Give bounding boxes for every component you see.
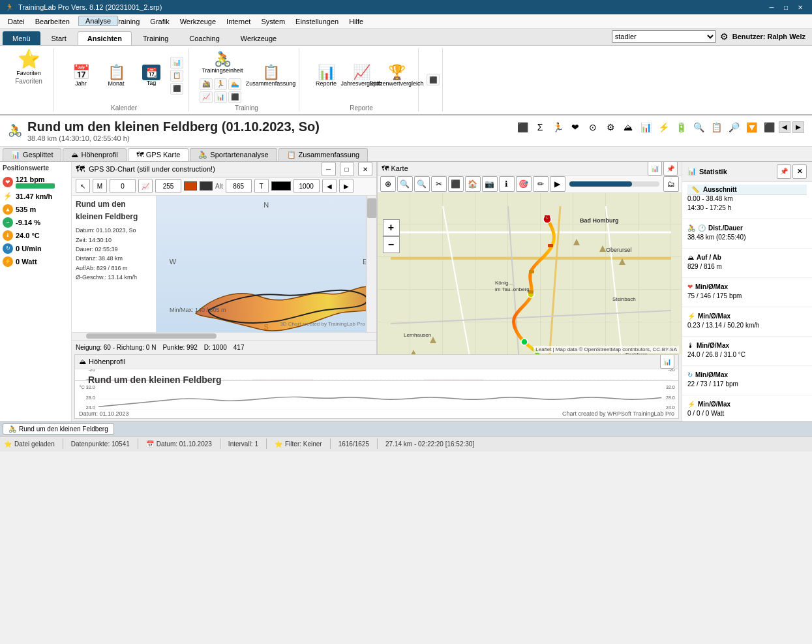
map-tool-9[interactable]: 🎯 <box>516 176 532 192</box>
minimize-button[interactable]: ─ <box>765 2 778 12</box>
chart3d-minimize[interactable]: ─ <box>322 162 336 176</box>
cal-extra-1[interactable]: 📊 <box>170 57 183 69</box>
map-layers[interactable]: 🗂 <box>663 176 679 192</box>
tb-scroll-left[interactable]: ◀ <box>322 179 337 193</box>
map-tool-10[interactable]: ✏ <box>533 176 549 192</box>
map-tool-8[interactable]: ℹ <box>499 176 515 192</box>
map-stat-btn[interactable]: 📊 <box>648 162 662 176</box>
map-tool-4[interactable]: ✂ <box>431 176 447 192</box>
map-tool-2[interactable]: 🔍 <box>397 176 413 192</box>
month-button[interactable]: 📋 Monat <box>100 61 132 90</box>
tb-t[interactable]: T <box>254 179 269 193</box>
next-arrow[interactable]: ▶ <box>792 121 804 133</box>
search-icon[interactable]: 🔍 <box>691 119 706 135</box>
menu-system[interactable]: System <box>256 16 290 27</box>
chart3d-scroll-thumb[interactable] <box>367 198 376 218</box>
zusammenfassung-button[interactable]: 📋 Zusammenfassung <box>248 61 293 90</box>
tb-scroll-right[interactable]: ▶ <box>339 179 353 193</box>
zoom-in-button[interactable]: + <box>383 219 400 236</box>
stat-pin[interactable]: 📌 <box>777 164 791 179</box>
tab-sportarten[interactable]: 🚴 Sportartenanalyse <box>190 148 277 161</box>
tab-start[interactable]: Start <box>42 31 76 45</box>
cal-extra-2[interactable]: 📋 <box>170 70 183 82</box>
trainingseinheit-button[interactable]: 🚴 Trainingseinheit <box>200 48 245 77</box>
map-content[interactable]: L <box>378 193 682 354</box>
list-icon[interactable]: 📋 <box>708 119 724 135</box>
map-pin-btn[interactable]: 📌 <box>663 162 678 176</box>
chart3d-hscroll[interactable] <box>72 332 376 340</box>
day-button[interactable]: 📆 Tag <box>135 62 168 89</box>
map-tool-6[interactable]: 🏠 <box>465 176 481 192</box>
favorites-button[interactable]: ⭐ Favoriten <box>9 48 48 76</box>
user-dropdown[interactable]: stadler <box>612 30 716 43</box>
tab-gps-karte[interactable]: 🗺 GPS Karte <box>128 148 189 161</box>
menu-grafik[interactable]: Grafik <box>145 16 174 27</box>
menu-datei[interactable]: Datei <box>3 16 30 27</box>
bike-icon[interactable]: 🚵 <box>200 78 213 90</box>
chart3d-canvas[interactable]: W N E S <box>157 196 376 332</box>
heart-tool-icon[interactable]: ❤ <box>567 119 583 135</box>
swim-icon[interactable]: 🏊 <box>228 78 241 90</box>
extra-icon-1[interactable]: ⬛ <box>427 74 440 85</box>
map-tool-5[interactable]: ⬛ <box>448 176 464 192</box>
zoom-icon[interactable]: 🔎 <box>726 119 742 135</box>
tab-menu[interactable]: Menü <box>3 31 40 45</box>
maximize-button[interactable]: □ <box>779 2 792 12</box>
chart-icon[interactable]: 📊 <box>638 119 654 135</box>
chart3d-hscroll-thumb[interactable] <box>86 333 217 339</box>
menu-werkzeuge[interactable]: Werkzeuge <box>175 16 221 27</box>
tab-gesplittet[interactable]: 📊 Gesplittet <box>3 148 61 161</box>
chart3d-close[interactable]: ✕ <box>358 162 372 176</box>
run-tool-icon[interactable]: 🏃 <box>550 119 565 135</box>
filter-icon[interactable]: 🔽 <box>744 119 759 135</box>
spitzenwert-button[interactable]: 🏆 Spitzenwertvergleich <box>380 61 413 90</box>
taskbar-item[interactable]: 🚴 Rund um den kleinen Feldberg <box>3 423 114 435</box>
map-progress-bar[interactable] <box>569 181 660 187</box>
prev-arrow[interactable]: ◀ <box>779 121 790 133</box>
tool-extra[interactable]: ⬛ <box>761 119 777 135</box>
map-tool-3[interactable]: 🔍 <box>414 176 430 192</box>
icon-a[interactable]: 📈 <box>200 91 213 103</box>
color-swatch-3[interactable] <box>271 181 291 191</box>
reporte-button[interactable]: 📊 Reporte <box>310 61 342 90</box>
tb-cursor[interactable]: ↖ <box>76 179 90 193</box>
settings-icon[interactable]: ⚙ <box>603 119 618 135</box>
chart3d-scrollbar[interactable] <box>366 196 376 332</box>
menu-internet[interactable]: Internet <box>221 16 256 27</box>
gear-icon[interactable]: ⚙ <box>720 31 729 42</box>
cal-extra-3[interactable]: ⬛ <box>170 83 183 95</box>
close-button[interactable]: ✕ <box>794 2 807 12</box>
sigma-icon[interactable]: Σ <box>532 119 548 135</box>
zoom-out-button[interactable]: − <box>383 236 400 253</box>
elev-stat[interactable]: 📊 <box>660 354 674 369</box>
power-icon[interactable]: 🔋 <box>673 119 689 135</box>
mountain-icon[interactable]: ⛰ <box>620 119 636 135</box>
tab-coaching[interactable]: Coaching <box>179 31 229 45</box>
tb-input-2[interactable] <box>155 179 181 192</box>
tool-1[interactable]: ⬛ <box>515 119 530 135</box>
tb-mode[interactable]: M <box>93 179 107 193</box>
tab-zusammenfassung[interactable]: 📋 Zusammenfassung <box>278 148 368 161</box>
menu-hilfe[interactable]: Hilfe <box>344 16 368 27</box>
icon-c[interactable]: ⬛ <box>228 91 241 103</box>
tb-chart-type[interactable]: 📈 <box>138 179 153 193</box>
tb-input-3[interactable] <box>293 179 320 192</box>
year-button[interactable]: 📅 Jahr <box>65 61 97 90</box>
tb-input-1[interactable] <box>110 179 136 192</box>
run-icon[interactable]: 🏃 <box>214 78 227 90</box>
stat-close[interactable]: ✕ <box>792 164 807 179</box>
color-swatch-2[interactable] <box>200 181 213 191</box>
tab-ansichten[interactable]: Ansichten <box>78 31 132 45</box>
lightning-icon[interactable]: ⚡ <box>655 119 671 135</box>
map-tool-7[interactable]: 📷 <box>482 176 498 192</box>
map-play[interactable]: ▶ <box>550 176 565 192</box>
tb-input-alt[interactable] <box>226 179 252 192</box>
circle-icon[interactable]: ⊙ <box>585 119 601 135</box>
tab-werkzeuge[interactable]: Werkzeuge <box>231 31 286 45</box>
icon-b[interactable]: 📊 <box>214 91 227 103</box>
menu-bearbeiten[interactable]: Bearbeiten <box>30 16 75 27</box>
tab-hohenprofil[interactable]: ⛰ Höhenprofil <box>63 148 126 161</box>
tab-training[interactable]: Training <box>133 31 178 45</box>
chart3d-maximize[interactable]: □ <box>340 162 354 176</box>
menu-einstellungen[interactable]: Einstellungen <box>290 16 344 27</box>
